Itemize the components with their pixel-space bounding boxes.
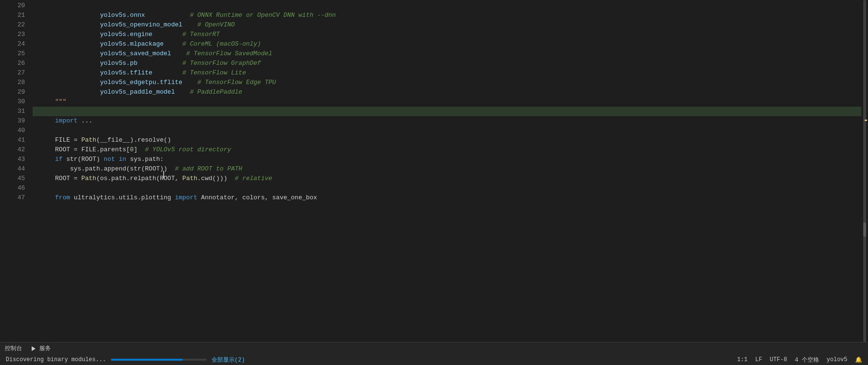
status-right: 1:1 LF UTF-8 4 个空格 yolov5 🔔 [737,356,862,364]
show-all-link[interactable]: 全部显示(2) [212,356,245,364]
service-label[interactable]: 服务 [39,344,51,353]
code-line-29: ⊟""" [33,87,861,97]
ln-41: 41 [0,135,25,145]
code-line-45 [33,174,861,183]
code-line-44: ROOT = Path(os.path.relpath(ROOT, Path.c… [33,164,861,174]
line-ending[interactable]: LF [755,356,762,363]
ln-25: 25 [0,49,25,59]
ln-26: 26 [0,59,25,68]
code-line-31: ⊟import ... [33,107,861,116]
ln-43: 43 [0,155,25,164]
ln-27: 27 [0,68,25,78]
code-line-25: yolov5s.pb # TensorFlow GraphDef [33,49,861,59]
code-line-27: yolov5s_edgetpu.tflite # TensorFlow Edge… [33,68,861,78]
ln-45: 45 [0,174,25,183]
console-tab[interactable]: 控制台 [5,344,22,353]
text-cursor [163,171,164,179]
scrollbar-track[interactable] [863,0,866,342]
code-line-24: yolov5s_saved_model # TensorFlow SavedMo… [33,39,861,49]
code-line-40: FILE = Path(__file__).resolve() [33,126,861,135]
code-line-28: yolov5s_paddle_model # PaddlePaddle [33,78,861,87]
notification-icon[interactable]: 🔔 [855,356,862,364]
code-line-39 [33,116,861,126]
editor-area: 20 21 22 23 24 25 26 27 28 29 30 31 39 4… [0,0,868,342]
code-line-23: yolov5s.mlpackage # CoreML (macOS-only) [33,30,861,39]
encoding[interactable]: UTF-8 [770,356,787,363]
ln-23: 23 [0,30,25,39]
line-numbers: 20 21 22 23 24 25 26 27 28 29 30 31 39 4… [0,0,29,342]
ln-39: 39 [0,116,25,126]
code-line-30 [33,97,861,107]
code-line-21: yolov5s_openvino_model # OpenVINO [33,11,861,20]
indent-setting[interactable]: 4 个空格 [795,356,819,364]
scrollbar-area[interactable] [861,0,868,342]
code-content[interactable]: yolov5s.onnx # ONNX Runtime or OpenCV DN… [29,0,861,342]
ln-29: 29 [0,87,25,97]
code-line-20: yolov5s.onnx # ONNX Runtime or OpenCV DN… [33,1,861,11]
ln-31: 31 [0,107,25,116]
code-line-26: yolov5s.tflite # TensorFlow Lite [33,59,861,68]
ln-46: 46 [0,183,25,193]
ln-47: 47 [0,193,25,203]
code-line-41: ROOT = FILE.parents[0] # YOLOv5 root dir… [33,135,861,145]
progress-message: Discovering binary modules... [6,356,106,363]
ln-28: 28 [0,78,25,87]
ln-42: 42 [0,145,25,155]
console-label[interactable]: 控制台 [5,344,22,353]
ln-40: 40 [0,126,25,135]
service-tab[interactable]: 服务 [32,344,51,353]
code-line-47 [33,193,861,203]
code-line-43: sys.path.append(str(ROOT)) # add ROOT to… [33,155,861,164]
progress-area: Discovering binary modules... 全部显示(2) 1:… [0,354,868,365]
ln-44: 44 [0,164,25,174]
ln-24: 24 [0,39,25,49]
ln-22: 22 [0,20,25,30]
scrollbar-marker [865,120,867,121]
code-line-22: yolov5s.engine # TensorRT [33,20,861,30]
code-line-46: from ultralytics.utils.plotting import A… [33,183,861,193]
bottom-toolbar: 控制台 服务 [0,342,868,354]
play-icon [32,346,36,351]
progress-bar-container [111,359,207,361]
cursor-position[interactable]: 1:1 [737,356,748,363]
ln-21: 21 [0,11,25,20]
scrollbar-thumb[interactable] [863,222,866,237]
ln-20: 20 [0,1,25,11]
progress-bar-fill [111,359,183,361]
project-name[interactable]: yolov5 [827,356,847,363]
code-line-42: if str(ROOT) not in sys.path: [33,145,861,155]
ln-30: 30 [0,97,25,107]
